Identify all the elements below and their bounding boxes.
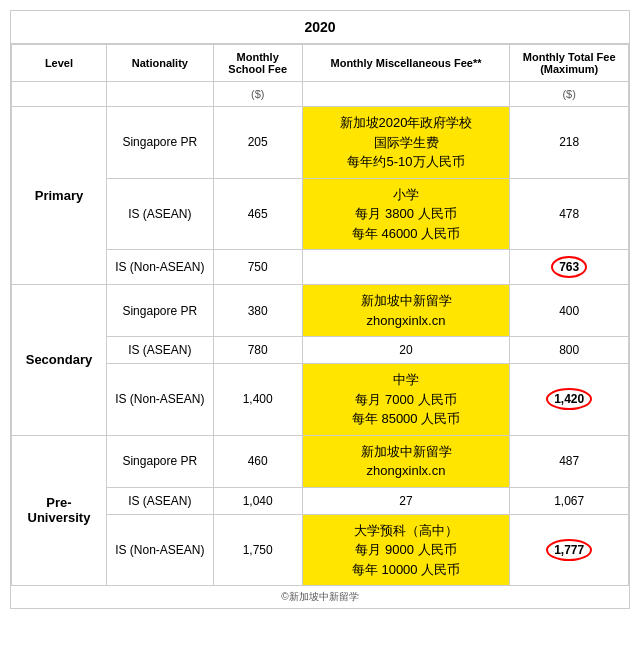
school-fee-cell: 1,040 xyxy=(213,487,302,514)
misc-fee-cell: 27 xyxy=(302,487,510,514)
nationality-cell: Singapore PR xyxy=(106,107,213,179)
circled-value: 763 xyxy=(551,256,587,278)
unit-nationality xyxy=(106,82,213,107)
misc-fee-cell: 新加坡中新留学 zhongxinlx.cn xyxy=(302,285,510,337)
level-cell: Pre-University xyxy=(12,435,107,586)
year-header: 2020 xyxy=(11,11,629,44)
total-fee-cell: 487 xyxy=(510,435,629,487)
footer-watermark: ©新加坡中新留学 xyxy=(11,586,629,608)
unit-misc-fee xyxy=(302,82,510,107)
misc-fee-cell: 小学 每月 3800 人民币 每年 46000 人民币 xyxy=(302,178,510,250)
total-fee-cell: 800 xyxy=(510,337,629,364)
total-fee-cell: 1,420 xyxy=(510,364,629,436)
header-level: Level xyxy=(12,45,107,82)
header-nationality: Nationality xyxy=(106,45,213,82)
misc-fee-cell: 大学预科（高中） 每月 9000 人民币 每年 10000 人民币 xyxy=(302,514,510,586)
misc-fee-cell: 新加坡2020年政府学校 国际学生费 每年约5-10万人民币 xyxy=(302,107,510,179)
school-fee-cell: 780 xyxy=(213,337,302,364)
nationality-cell: Singapore PR xyxy=(106,435,213,487)
nationality-cell: IS (Non-ASEAN) xyxy=(106,514,213,586)
total-fee-cell: 218 xyxy=(510,107,629,179)
fee-table: Level Nationality Monthly School Fee Mon… xyxy=(11,44,629,586)
unit-school-fee: ($) xyxy=(213,82,302,107)
header-total-fee: Monthly Total Fee (Maximum) xyxy=(510,45,629,82)
total-fee-cell: 400 xyxy=(510,285,629,337)
unit-total-fee: ($) xyxy=(510,82,629,107)
main-container: 2020 Level Nationality Monthly School Fe… xyxy=(10,10,630,609)
total-fee-cell: 478 xyxy=(510,178,629,250)
misc-fee-cell: 中学 每月 7000 人民币 每年 85000 人民币 xyxy=(302,364,510,436)
header-school-fee: Monthly School Fee xyxy=(213,45,302,82)
unit-level xyxy=(12,82,107,107)
total-fee-cell: 763 xyxy=(510,250,629,285)
school-fee-cell: 380 xyxy=(213,285,302,337)
school-fee-cell: 1,750 xyxy=(213,514,302,586)
circled-value: 1,777 xyxy=(546,539,592,561)
circled-value: 1,420 xyxy=(546,388,592,410)
level-cell: Primary xyxy=(12,107,107,285)
header-misc-fee: Monthly Miscellaneous Fee** xyxy=(302,45,510,82)
school-fee-cell: 205 xyxy=(213,107,302,179)
nationality-cell: IS (ASEAN) xyxy=(106,178,213,250)
misc-fee-cell: 20 xyxy=(302,337,510,364)
total-fee-cell: 1,067 xyxy=(510,487,629,514)
nationality-cell: Singapore PR xyxy=(106,285,213,337)
school-fee-cell: 750 xyxy=(213,250,302,285)
level-cell: Secondary xyxy=(12,285,107,436)
school-fee-cell: 465 xyxy=(213,178,302,250)
misc-fee-cell xyxy=(302,250,510,285)
nationality-cell: IS (ASEAN) xyxy=(106,337,213,364)
nationality-cell: IS (Non-ASEAN) xyxy=(106,250,213,285)
school-fee-cell: 1,400 xyxy=(213,364,302,436)
misc-fee-cell: 新加坡中新留学 zhongxinlx.cn xyxy=(302,435,510,487)
school-fee-cell: 460 xyxy=(213,435,302,487)
nationality-cell: IS (ASEAN) xyxy=(106,487,213,514)
total-fee-cell: 1,777 xyxy=(510,514,629,586)
nationality-cell: IS (Non-ASEAN) xyxy=(106,364,213,436)
